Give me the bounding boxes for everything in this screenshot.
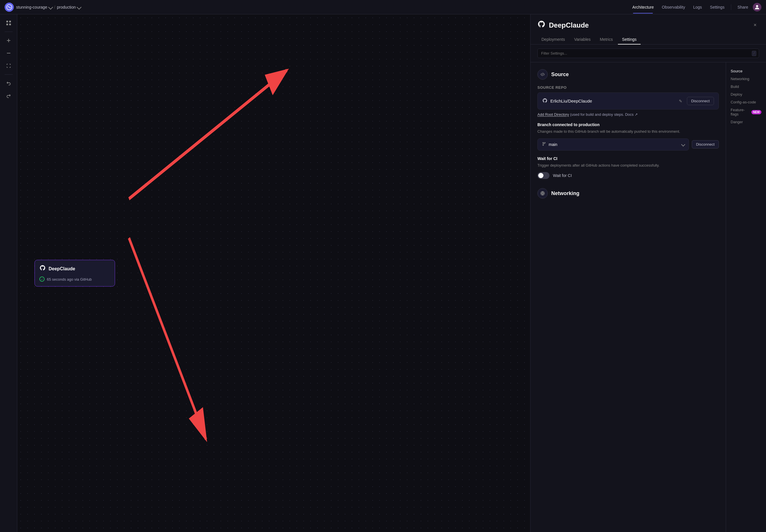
repo-disconnect-button[interactable]: Disconnect [687,97,714,105]
branch-icon [542,142,546,147]
tab-deployments[interactable]: Deployments [537,35,569,45]
topnav-right: Architecture Observability Logs Settings… [629,3,761,11]
main-layout: DeepClaude ✓ 65 seconds ago via GitHub [0,14,766,532]
docs-link[interactable]: Docs ↗ [625,112,638,117]
svg-rect-2 [6,21,8,22]
branch-title: Branch connected to production [537,122,719,127]
tab-metrics[interactable]: Metrics [596,35,617,45]
service-card-header: DeepClaude [39,265,110,273]
add-root-dir: Add Root Directory (used for build and d… [537,112,719,117]
breadcrumb-project[interactable]: stunning-courage [16,5,52,9]
sidebar-divider-2 [5,74,13,75]
svg-line-8 [129,238,206,439]
undo-icon[interactable] [3,78,14,88]
repo-box: ErlichLiu/DeepClaude ✎ Disconnect [537,92,719,109]
svg-line-7 [129,70,287,199]
svg-point-11 [544,142,545,143]
nav-observability[interactable]: Observability [659,3,689,11]
wait-ci-section: Wait for CI Trigger deployments after al… [537,156,719,179]
sidebar-divider-1 [5,32,13,32]
panel-tabs: Deployments Variables Metrics Settings [530,35,766,45]
add-root-dir-link[interactable]: Add Root Directory [537,112,569,117]
tab-variables[interactable]: Variables [570,35,595,45]
branch-desc: Changes made to this GitHub branch will … [537,129,719,134]
wait-ci-row: Wait for CI [537,172,719,179]
panel-content: Source Source Repo ErlichLiu/DeepClaude … [530,62,726,532]
topnav-divider [731,4,731,10]
filter-wrap: / [537,49,759,58]
svg-rect-5 [9,24,11,25]
networking-icon [537,188,548,198]
branch-select-wrap: main Disconnect [537,138,719,151]
repo-name: ErlichLiu/DeepClaude [550,99,674,103]
right-nav-networking[interactable]: Networking [731,76,761,82]
right-nav-source[interactable]: Source [731,68,761,74]
right-panel: DeepClaude × Deployments Variables Metri… [530,14,766,532]
source-section-title: Source [551,72,569,78]
branch-section: Branch connected to production Changes m… [537,122,719,151]
right-nav-deploy[interactable]: Deploy [731,91,761,97]
right-nav-config-as-code[interactable]: Config-as-code [731,99,761,105]
source-repo-label: Source Repo [537,85,719,90]
source-section-header: Source [537,69,719,80]
breadcrumb: stunning-courage / production [16,5,81,9]
branch-disconnect-button[interactable]: Disconnect [692,140,719,149]
minus-icon[interactable] [3,48,14,58]
nav-logs[interactable]: Logs [690,3,705,11]
networking-header: Networking [537,188,719,198]
svg-point-10 [543,144,544,145]
left-sidebar [0,14,17,532]
wait-ci-desc: Trigger deployments after all GitHub act… [537,163,719,168]
svg-rect-3 [9,21,11,22]
service-card-status: ✓ 65 seconds ago via GitHub [39,277,110,282]
plus-icon[interactable] [3,35,14,46]
grid-icon[interactable] [3,18,14,28]
github-icon-repo [542,98,547,104]
service-card[interactable]: DeepClaude ✓ 65 seconds ago via GitHub [34,260,115,287]
status-check-icon: ✓ [39,277,45,282]
close-button[interactable]: × [751,21,759,29]
canvas-area[interactable]: DeepClaude ✓ 65 seconds ago via GitHub [17,14,530,532]
feature-flag-pill: NEW [751,110,761,114]
status-text: 65 seconds ago via GitHub [47,277,92,281]
right-nav-feature-flags[interactable]: Feature-flags NEW [731,107,761,117]
tab-settings[interactable]: Settings [618,35,641,45]
nav-architecture[interactable]: Architecture [629,3,657,11]
chevron-down-icon [682,142,685,147]
share-button[interactable]: Share [734,3,752,11]
wait-ci-label: Wait for CI [553,173,572,178]
wait-ci-title: Wait for CI [537,156,719,161]
filter-input[interactable] [537,49,759,58]
source-section: Source Source Repo ErlichLiu/DeepClaude … [537,69,719,179]
panel-body: Source Source Repo ErlichLiu/DeepClaude … [530,62,766,532]
breadcrumb-sep: / [54,5,55,9]
right-nav-danger[interactable]: Danger [731,119,761,125]
redo-icon[interactable] [3,91,14,101]
breadcrumb-env[interactable]: production [57,5,81,9]
nav-settings[interactable]: Settings [707,3,728,11]
github-icon-panel [537,20,545,30]
avatar[interactable] [753,3,761,11]
topnav: stunning-courage / production Architectu… [0,0,766,14]
branch-value: main [548,142,680,147]
branch-select[interactable]: main [537,138,689,151]
networking-section: Networking [537,188,719,198]
service-card-title: DeepClaude [49,266,75,271]
svg-rect-4 [6,24,8,25]
networking-title: Networking [551,190,580,196]
svg-point-1 [756,5,758,7]
panel-title: DeepClaude [549,21,589,29]
panel-filter: / [530,45,766,62]
source-icon [537,69,548,80]
panel-header: DeepClaude × [530,14,766,30]
right-nav-build[interactable]: Build [731,84,761,90]
filter-slash: / [752,51,756,56]
panel-right-nav: Source Networking Build Deploy Config-as… [726,62,766,532]
repo-edit-icon[interactable]: ✎ [677,98,684,105]
github-icon-card [39,265,46,273]
wait-ci-toggle[interactable] [537,172,549,179]
logo[interactable] [5,3,14,12]
expand-icon[interactable] [3,61,14,71]
